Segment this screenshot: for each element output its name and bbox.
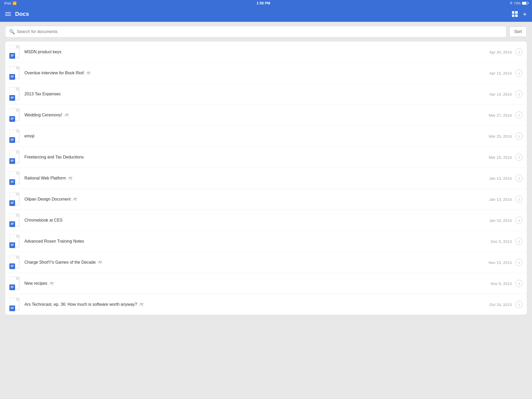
table-row[interactable]: Overdue interview for Book Riot! Apr 15,… [5, 63, 527, 84]
doc-date: Apr 15, 2014 [483, 71, 512, 75]
info-button[interactable]: i [515, 217, 523, 224]
doc-title: Advanced Roxen Training Notes [24, 239, 84, 244]
svg-rect-16 [11, 139, 14, 139]
svg-rect-21 [11, 161, 13, 162]
svg-rect-13 [11, 119, 13, 120]
menu-button[interactable] [5, 12, 11, 16]
svg-rect-1 [11, 55, 14, 56]
battery-percent: 73% [514, 1, 521, 5]
table-row[interactable]: New recipes Nov 9, 2013 i [5, 273, 527, 294]
table-row[interactable]: Ars Technicast, ep. 36: How much is soft… [5, 294, 527, 315]
doc-info: Advanced Roxen Training Notes [24, 239, 483, 244]
svg-point-7 [89, 72, 91, 73]
doc-badge-icon [9, 242, 15, 248]
battery-icon [522, 2, 528, 5]
wifi-icon: 📶 [12, 1, 17, 5]
svg-point-52 [142, 303, 143, 304]
shared-icon [139, 303, 144, 306]
doc-date: Apr 14, 2014 [483, 92, 512, 96]
svg-rect-35 [11, 244, 14, 244]
doc-icon-wrap [9, 277, 21, 290]
doc-icon-wrap [9, 129, 21, 143]
shared-icon [49, 282, 55, 285]
doc-badge-icon [9, 158, 15, 164]
svg-rect-20 [11, 161, 14, 161]
doc-title: 2013 Tax Expenses [24, 92, 61, 96]
table-row[interactable]: Oilpan Design Document Jan 13, 2014 i [5, 189, 527, 210]
table-row[interactable]: Wedding Ceremony! Mar 27, 2014 i [5, 105, 527, 126]
doc-date: Oct 24, 2013 [483, 302, 512, 307]
table-row[interactable]: Chromebook at CES Jan 10, 2014 i [5, 210, 527, 231]
app-title: Docs [15, 11, 29, 17]
svg-rect-11 [11, 118, 14, 118]
table-row[interactable]: Rational Web Platform Jan 13, 2014 i [5, 168, 527, 189]
doc-badge-icon [9, 263, 15, 269]
doc-info: Oilpan Design Document [24, 197, 483, 202]
info-button[interactable]: i [515, 301, 523, 308]
doc-icon-wrap [9, 66, 21, 80]
svg-rect-24 [11, 182, 13, 183]
doc-date: Nov 15, 2013 [483, 260, 512, 265]
doc-info: Freelancing and Tax Deductions [24, 155, 483, 159]
svg-rect-4 [11, 76, 14, 77]
svg-rect-3 [11, 76, 14, 76]
svg-point-15 [67, 114, 69, 115]
doc-badge-icon [9, 137, 15, 143]
navbar-right: + [512, 11, 527, 17]
info-button[interactable]: i [515, 48, 523, 56]
table-row[interactable]: emoji Mar 25, 2014 i [5, 126, 527, 147]
table-row[interactable]: Freelancing and Tax Deductions Mar 16, 2… [5, 147, 527, 168]
info-button[interactable]: i [515, 111, 523, 119]
doc-info: Overdue interview for Book Riot! [24, 71, 483, 75]
status-bar: iPad 📶 1:56 PM B 73% [0, 0, 532, 6]
doc-icon-wrap [9, 214, 21, 227]
device-label: iPad [4, 1, 11, 5]
svg-rect-38 [11, 265, 14, 265]
doc-badge-icon [9, 305, 15, 311]
info-button[interactable]: i [515, 175, 523, 182]
table-row[interactable]: MSDN product keys Apr 30, 2014 i [5, 42, 527, 63]
info-button[interactable]: i [515, 259, 523, 266]
doc-title: Chromebook at CES [24, 218, 63, 223]
table-row[interactable]: 2013 Tax Expenses Apr 14, 2014 i [5, 84, 527, 105]
info-button[interactable]: i [515, 196, 523, 203]
info-button[interactable]: i [515, 154, 523, 161]
info-button[interactable]: i [515, 90, 523, 98]
doc-info: 2013 Tax Expenses [24, 92, 483, 96]
doc-title: Ars Technicast, ep. 36: How much is soft… [24, 302, 137, 307]
doc-date: Apr 30, 2014 [483, 50, 512, 54]
shared-icon [73, 197, 78, 201]
doc-date: Nov 9, 2013 [483, 281, 512, 286]
doc-date: Jan 13, 2014 [483, 197, 512, 202]
info-button[interactable]: i [515, 69, 523, 77]
doc-title: New recipes [24, 281, 47, 286]
status-right: B 73% [510, 1, 528, 5]
table-row[interactable]: Advanced Roxen Training Notes Dec 5, 201… [5, 231, 527, 252]
doc-icon-wrap [9, 298, 21, 311]
doc-title: Rational Web Platform [24, 176, 66, 181]
svg-rect-18 [11, 140, 13, 141]
svg-rect-32 [11, 223, 14, 223]
doc-info: MSDN product keys [24, 50, 483, 54]
search-input[interactable] [17, 29, 502, 34]
svg-rect-48 [11, 307, 14, 308]
doc-icon-wrap [9, 171, 21, 185]
table-row[interactable]: Charge Shot!!!'s Games of the Decade Nov… [5, 252, 527, 273]
svg-rect-23 [11, 182, 14, 182]
shared-icon [68, 176, 73, 180]
doc-badge-icon [9, 221, 15, 227]
svg-rect-34 [11, 224, 13, 225]
add-document-button[interactable]: + [523, 11, 527, 17]
doc-title: Overdue interview for Book Riot! [24, 71, 84, 75]
info-button[interactable]: i [515, 280, 523, 287]
svg-rect-27 [11, 202, 14, 202]
doc-info: Chromebook at CES [24, 218, 483, 223]
grid-view-button[interactable] [512, 11, 518, 17]
svg-rect-0 [11, 55, 14, 55]
doc-date: Mar 27, 2014 [483, 113, 512, 117]
info-button[interactable]: i [515, 132, 523, 140]
info-button[interactable]: i [515, 238, 523, 245]
sort-button[interactable]: Sort [509, 26, 527, 37]
doc-date: Mar 16, 2014 [483, 155, 512, 159]
svg-rect-17 [11, 139, 14, 140]
